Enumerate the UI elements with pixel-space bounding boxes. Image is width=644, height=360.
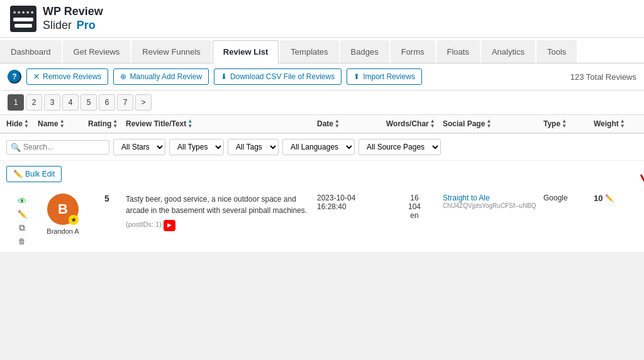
- total-reviews: 123 Total Reviews: [570, 72, 636, 82]
- col-words-char: Words/Char ▲▼: [386, 119, 443, 129]
- row-actions: 👁 ✏️ ⧉ 🗑: [6, 194, 38, 246]
- all-tags-select[interactable]: All Tags: [228, 139, 279, 155]
- social-sort[interactable]: ▲▼: [486, 119, 491, 129]
- tab-templates[interactable]: Templates: [280, 40, 338, 63]
- logo-star: ★: [13, 10, 16, 15]
- edit-icon: ✏️: [13, 170, 23, 178]
- type-cell: Google: [543, 194, 594, 202]
- main-content: Hide ▲▼ Name ▲▼ Rating ▲▼ Review Title/T…: [0, 115, 644, 253]
- remove-reviews-button[interactable]: ✕ Remove Reviews: [26, 68, 108, 85]
- tab-floats[interactable]: Floats: [436, 40, 480, 63]
- delete-icon[interactable]: 🗑: [18, 237, 26, 246]
- eye-icon[interactable]: 👁: [18, 196, 26, 206]
- col-hide: Hide ▲▼: [6, 119, 38, 129]
- yt-play-icon: ▶: [167, 221, 172, 230]
- page-6-button[interactable]: 6: [99, 94, 115, 111]
- edit-icon[interactable]: ✏️: [18, 210, 27, 219]
- tab-review-list[interactable]: Review List: [213, 40, 279, 63]
- copy-icon[interactable]: ⧉: [19, 222, 25, 233]
- tab-tools[interactable]: Tools: [536, 40, 577, 63]
- all-stars-select[interactable]: All Stars: [113, 139, 165, 155]
- youtube-icon[interactable]: ▶: [164, 220, 175, 231]
- page-4-button[interactable]: 4: [62, 94, 79, 111]
- date-sort[interactable]: ▲▼: [335, 119, 340, 129]
- col-social-page: Social Page ▲▼: [443, 119, 543, 129]
- rating-value: 5: [104, 194, 109, 204]
- col-type: Type ▲▼: [543, 119, 594, 129]
- page-3-button[interactable]: 3: [44, 94, 60, 111]
- page-7-button[interactable]: 7: [117, 94, 133, 111]
- review-sort[interactable]: ▲▼: [187, 119, 192, 129]
- logo-star: ★: [21, 10, 25, 15]
- weight-cell: 10 ✏️: [594, 194, 638, 203]
- upload-icon: ⬆: [353, 72, 360, 81]
- weight-value: 10: [594, 194, 602, 203]
- table-header: Hide ▲▼ Name ▲▼ Rating ▲▼ Review Title/T…: [0, 115, 644, 134]
- col-review-title: Review Title/Text ▲▼: [126, 119, 317, 129]
- page-5-button[interactable]: 5: [80, 94, 97, 111]
- filter-bar: 🔍 All Stars All Types All Tags All Langu…: [0, 134, 644, 161]
- words-sort[interactable]: ▲▼: [430, 119, 435, 129]
- search-input[interactable]: [23, 143, 105, 151]
- lang: en: [386, 211, 443, 220]
- manually-add-review-button[interactable]: ⊕ Manually Add Review: [113, 68, 209, 85]
- weight-edit-icon[interactable]: ✏️: [605, 194, 614, 202]
- search-icon: 🔍: [11, 143, 21, 152]
- review-text-cell: Tasty beer, good service, a nice outdoor…: [126, 194, 317, 231]
- tab-forms[interactable]: Forms: [391, 40, 435, 63]
- social-page-link[interactable]: Straight to Ale: [443, 194, 490, 202]
- table-row: 👁 ✏️ ⧉ 🗑 B ★ Brandon A 5 Tasty beer, goo…: [0, 187, 644, 253]
- review-time: 16:28:40: [317, 202, 386, 211]
- logo-bar-2: [14, 24, 32, 28]
- logo-star: ★: [30, 10, 34, 15]
- logo-text: WP Review Slider Pro: [43, 5, 103, 32]
- bulk-edit-button[interactable]: ✏️ Bulk Edit: [6, 166, 62, 182]
- social-page-id: ChIJ4ZQVjptsYogRuCFSf--uNBQ: [443, 202, 543, 209]
- review-list: 👁 ✏️ ⧉ 🗑 B ★ Brandon A 5 Tasty beer, goo…: [0, 187, 644, 253]
- nav-tabs: Dashboard Get Reviews Review Funnels Rev…: [0, 38, 644, 63]
- logo-star: ★: [26, 10, 30, 15]
- post-ids: (postIDs: 1): [126, 221, 162, 228]
- avatar: B ★: [47, 194, 79, 225]
- tab-dashboard[interactable]: Dashboard: [0, 40, 62, 63]
- rating-cell: 5: [88, 194, 126, 204]
- import-reviews-button[interactable]: ⬆ Import Reviews: [347, 68, 422, 85]
- tab-get-reviews[interactable]: Get Reviews: [63, 40, 131, 63]
- review-type: Google: [543, 194, 568, 202]
- col-rating: Rating ▲▼: [88, 119, 126, 129]
- tab-badges[interactable]: Badges: [340, 40, 389, 63]
- bulk-edit-wrap: ✏️ Bulk Edit: [0, 161, 644, 187]
- words-count: 16: [386, 194, 443, 202]
- hide-sort[interactable]: ▲▼: [24, 119, 29, 129]
- page-2-button[interactable]: 2: [26, 94, 42, 111]
- weight-sort[interactable]: ▲▼: [620, 119, 625, 129]
- help-button[interactable]: ?: [8, 70, 21, 84]
- plus-icon: ⊕: [120, 72, 126, 81]
- page-1-button[interactable]: 1: [8, 94, 24, 111]
- logo-bar: [13, 18, 33, 21]
- all-languages-select[interactable]: All Languages: [282, 139, 355, 155]
- all-types-select[interactable]: All Types: [169, 139, 224, 155]
- social-cell: Straight to Ale ChIJ4ZQVjptsYogRuCFSf--u…: [443, 194, 543, 209]
- tab-review-funnels[interactable]: Review Funnels: [131, 40, 211, 63]
- pagination: 1 2 3 4 5 6 7 >: [0, 90, 644, 115]
- name-sort[interactable]: ▲▼: [60, 119, 65, 129]
- all-source-pages-select[interactable]: All Source Pages: [358, 139, 441, 155]
- page-next-button[interactable]: >: [135, 94, 152, 111]
- search-wrap: 🔍: [6, 140, 109, 155]
- col-date: Date ▲▼: [317, 119, 386, 129]
- avatar-initial: B: [58, 201, 68, 217]
- avatar-wrap: B ★ Brandon A: [38, 194, 88, 235]
- logo-slider: Slider: [43, 19, 72, 31]
- rating-sort[interactable]: ▲▼: [113, 119, 118, 129]
- logo: ★ ★ ★ ★ ★ WP Review Slider Pro: [10, 5, 103, 32]
- type-sort[interactable]: ▲▼: [562, 119, 567, 129]
- review-text: Tasty beer, good service, a nice outdoor…: [126, 195, 307, 215]
- verified-badge: ★: [69, 215, 79, 225]
- words-cell: 16 104 en: [386, 194, 443, 220]
- logo-icon: ★ ★ ★ ★ ★: [10, 6, 36, 32]
- download-csv-button[interactable]: ⬇ Download CSV File of Reviews: [214, 68, 341, 85]
- download-icon: ⬇: [221, 72, 227, 81]
- tab-analytics[interactable]: Analytics: [481, 40, 535, 63]
- reviewer-name: Brandon A: [47, 227, 79, 235]
